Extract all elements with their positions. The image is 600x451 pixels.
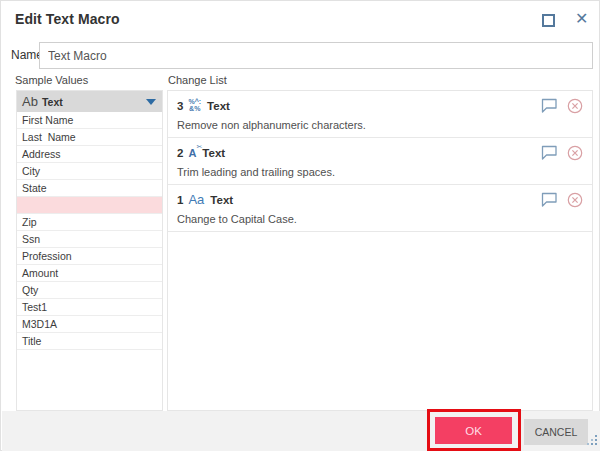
change-list-label: Change List	[168, 74, 227, 86]
cancel-button[interactable]: CANCEL	[524, 419, 588, 445]
comment-bubble-icon[interactable]	[541, 192, 558, 207]
change-order-number: 1	[177, 194, 183, 206]
list-item[interactable]: M3D1A	[17, 316, 162, 333]
comment-bubble-icon[interactable]	[541, 98, 558, 113]
change-list-row[interactable]: 2 A ✂ Text Trim leading and trailing spa…	[168, 138, 592, 185]
change-description: Remove non alphanumeric characters.	[177, 119, 583, 131]
trim-spaces-icon: A ✂	[188, 147, 196, 159]
delete-circle-icon[interactable]	[567, 98, 583, 114]
edit-text-macro-dialog: Edit Text Macro ✕ Name Sample Values Cha…	[0, 0, 600, 451]
text-type-icon: Ab	[22, 93, 38, 111]
list-item-highlighted[interactable]	[17, 197, 162, 214]
list-item[interactable]: Title	[17, 333, 162, 350]
list-item[interactable]: First Name	[17, 112, 162, 129]
list-item[interactable]: Test1	[17, 299, 162, 316]
change-title: Text	[207, 100, 230, 112]
change-list-row[interactable]: 3 %^: &% Text Remove non alphanumeric ch…	[168, 91, 592, 138]
column-header-dropdown[interactable]: Ab Text	[17, 91, 162, 112]
comment-bubble-icon[interactable]	[541, 145, 558, 160]
delete-circle-icon[interactable]	[567, 145, 583, 161]
chevron-down-icon[interactable]	[146, 99, 156, 105]
list-item[interactable]: City	[17, 163, 162, 180]
resize-grip-icon[interactable]	[587, 431, 597, 449]
change-list-row[interactable]: 1 Aa Text Change to Capital Case.	[168, 185, 592, 232]
dialog-title: Edit Text Macro	[15, 11, 120, 27]
column-header-label: Text	[42, 96, 63, 108]
list-item[interactable]: Last Name	[17, 129, 162, 146]
list-item[interactable]: Ssn	[17, 231, 162, 248]
list-item[interactable]: Zip	[17, 214, 162, 231]
change-title: Text	[202, 147, 225, 159]
capital-case-icon: Aa	[188, 192, 204, 207]
maximize-icon[interactable]	[542, 14, 555, 27]
change-description: Change to Capital Case.	[177, 213, 583, 225]
list-item[interactable]: Profession	[17, 248, 162, 265]
sample-values-label: Sample Values	[15, 74, 88, 86]
remove-symbols-icon: %^: &%	[188, 99, 201, 112]
ok-button[interactable]: OK	[435, 417, 512, 444]
delete-circle-icon[interactable]	[567, 192, 583, 208]
change-title: Text	[210, 194, 233, 206]
change-order-number: 2	[177, 147, 183, 159]
change-description: Trim leading and trailing spaces.	[177, 166, 583, 178]
change-order-number: 3	[177, 100, 183, 112]
list-item[interactable]: State	[17, 180, 162, 197]
change-list: 3 %^: &% Text Remove non alphanumeric ch…	[167, 90, 593, 411]
close-icon[interactable]: ✕	[575, 9, 588, 29]
name-input[interactable]	[39, 42, 593, 69]
sample-values-list: Ab Text First Name Last Name Address Cit…	[16, 90, 163, 411]
list-item[interactable]: Address	[17, 146, 162, 163]
list-item[interactable]: Amount	[17, 265, 162, 282]
list-item[interactable]: Qty	[17, 282, 162, 299]
